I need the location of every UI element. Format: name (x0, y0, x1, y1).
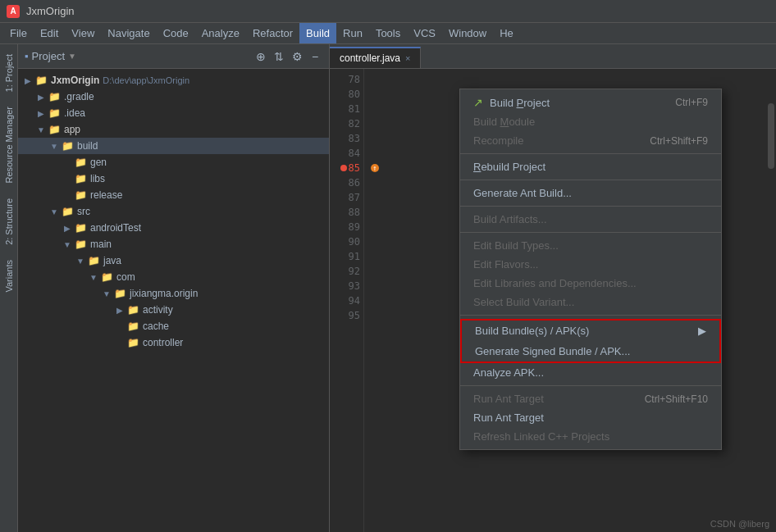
folder-icon: 📁 (48, 123, 61, 136)
build-arrow-icon: ↗ (473, 96, 483, 109)
panel-title: ▪ Project ▼ (25, 50, 76, 62)
menu-navigate[interactable]: Navigate (101, 23, 156, 43)
recompile-item: Recompile Ctrl+Shift+F9 (460, 131, 721, 150)
folder-icon: 📁 (126, 336, 139, 349)
title-bar: A JxmOrigin (0, 0, 776, 23)
clean-project-label: Run Ant Target (473, 412, 544, 424)
tree-label: androidTest (90, 222, 141, 234)
folder-icon: 📁 (74, 238, 87, 251)
tree-item-release[interactable]: ▶ 📁 release (18, 187, 329, 203)
menu-view[interactable]: View (65, 23, 101, 43)
menu-build[interactable]: Build (299, 23, 336, 43)
chevron-down-icon[interactable]: ▼ (68, 52, 76, 61)
tree-item-androidtest[interactable]: ▶ 📁 androidTest (18, 220, 329, 236)
divider-3 (460, 206, 721, 207)
left-tabs: 1: Project Resource Manager 2: Structure… (0, 44, 18, 532)
submenu-arrow-icon: ▶ (698, 325, 706, 337)
menu-refactor[interactable]: Refactor (246, 23, 299, 43)
minimize-icon[interactable]: − (308, 49, 322, 64)
menu-vcs[interactable]: VCS (407, 23, 442, 43)
add-icon[interactable]: ⊕ (253, 49, 268, 64)
sidebar-tab-structure[interactable]: 2: Structure (2, 192, 16, 252)
tree-item-controller[interactable]: ▶ 📁 controller (18, 334, 329, 351)
scrollbar-thumb[interactable] (768, 103, 774, 169)
folder-icon: 📁 (48, 107, 61, 120)
settings-icon[interactable]: ⚙ (290, 49, 304, 64)
menu-tools[interactable]: Tools (369, 23, 407, 43)
tree-item-jixiangma[interactable]: ▼ 📁 jixiangma.origin (18, 285, 329, 302)
editor-tab-controller[interactable]: controller.java × (330, 47, 421, 68)
sync-icon[interactable]: ⇅ (272, 49, 286, 64)
tree-label: activity (143, 304, 173, 316)
tree-item-jxmorigin[interactable]: ▶ 📁 JxmOrigin D:\dev\app\JxmOrigin (18, 72, 329, 89)
divider-2 (460, 180, 721, 180)
build-bundle-label: Build Bundle(s) / APK(s) (475, 325, 589, 337)
analyze-apk-item[interactable]: Analyze APK... (460, 363, 721, 382)
menu-window[interactable]: Window (442, 23, 493, 43)
menu-analyze[interactable]: Analyze (195, 23, 246, 43)
build-project-shortcut: Ctrl+F9 (675, 97, 708, 108)
sidebar-tab-variants[interactable]: Variants (2, 253, 16, 299)
tree-item-src[interactable]: ▼ 📁 src (18, 203, 329, 220)
generate-ant-item[interactable]: Generate Ant Build... (460, 184, 721, 202)
menu-run[interactable]: Run (336, 23, 369, 43)
window-title: JxmOrigin (26, 5, 75, 17)
close-tab-button[interactable]: × (405, 53, 410, 63)
folder-icon: 📁 (113, 287, 126, 300)
tree-item-java[interactable]: ▼ 📁 java (18, 252, 329, 269)
build-bundle-item[interactable]: Build Bundle(s) / APK(s) ▶ (462, 321, 719, 341)
edit-libraries-label: Edit Libraries and Dependencies... (473, 277, 637, 289)
tree-path: D:\dev\app\JxmOrigin (103, 75, 189, 85)
folder-icon: 📁 (74, 156, 87, 169)
tree-item-com[interactable]: ▼ 📁 com (18, 269, 329, 285)
rebuild-project-label: Rebuild Project (473, 161, 545, 173)
tree-item-libs[interactable]: ▶ 📁 libs (18, 171, 329, 187)
build-artifacts-label: Build Artifacts... (473, 213, 547, 225)
tree-item-app[interactable]: ▼ 📁 app (18, 121, 329, 138)
folder-icon: 📁 (126, 303, 139, 316)
tree-item-gradle[interactable]: ▶ 📁 .gradle (18, 89, 329, 105)
menu-edit[interactable]: Edit (34, 23, 65, 43)
tree-item-gen[interactable]: ▶ 📁 gen (18, 154, 329, 171)
tree-item-cache[interactable]: ▶ 📁 cache (18, 318, 329, 334)
tree-arrow: ▼ (74, 254, 87, 267)
scrollbar-track[interactable] (766, 69, 776, 532)
tree-arrow: ▶ (34, 90, 48, 103)
clean-project-item[interactable]: Run Ant Target (460, 408, 721, 427)
sidebar-tab-project[interactable]: 1: Project (2, 48, 16, 98)
tree-label: main (90, 239, 112, 250)
tree-arrow: ▶ (61, 221, 74, 234)
select-build-variant-item: Select Build Variant... (460, 293, 721, 311)
tree-arrow: ▼ (34, 123, 48, 136)
menu-code[interactable]: Code (157, 23, 195, 43)
divider-1 (460, 153, 721, 154)
folder-icon: 📁 (61, 205, 74, 218)
tree-item-activity[interactable]: ▶ 📁 activity (18, 302, 329, 318)
tree-label: java (103, 255, 121, 266)
folder-icon: 📁 (100, 271, 113, 284)
sidebar-tab-resource[interactable]: Resource Manager (2, 100, 16, 190)
line-numbers: 78 80 81 82 83 84 85 86 87 88 89 90 91 9… (330, 69, 364, 532)
tree-label: cache (143, 321, 169, 332)
generate-ant-label: Generate Ant Build... (473, 187, 572, 199)
tree-label: .gradle (64, 91, 94, 102)
menu-help[interactable]: He (493, 23, 520, 43)
menu-bar: File Edit View Navigate Code Analyze Ref… (0, 23, 776, 44)
rebuild-project-item[interactable]: Rebuild Project (460, 157, 721, 176)
tree-item-idea[interactable]: ▶ 📁 .idea (18, 105, 329, 121)
folder-icon: 📁 (87, 254, 100, 267)
menu-file[interactable]: File (3, 23, 34, 43)
tree-item-main[interactable]: ▼ 📁 main (18, 236, 329, 252)
edit-flavors-label: Edit Flavors... (473, 258, 538, 271)
editor-tabs: controller.java × (330, 44, 776, 69)
folder-icon: 📁 (74, 221, 87, 234)
build-artifacts-item: Build Artifacts... (460, 210, 721, 229)
build-project-label: Build Project (490, 97, 550, 109)
folder-icon: 📁 (48, 90, 61, 103)
tree-label: libs (90, 173, 105, 184)
tree-arrow: ▼ (87, 271, 100, 284)
tree-item-build[interactable]: ▼ 📁 build (18, 138, 329, 154)
generate-signed-item[interactable]: Generate Signed Bundle / APK... (462, 341, 719, 361)
tree-arrow: ▶ (113, 303, 126, 316)
build-project-item[interactable]: ↗ Build Project Ctrl+F9 (460, 93, 721, 112)
